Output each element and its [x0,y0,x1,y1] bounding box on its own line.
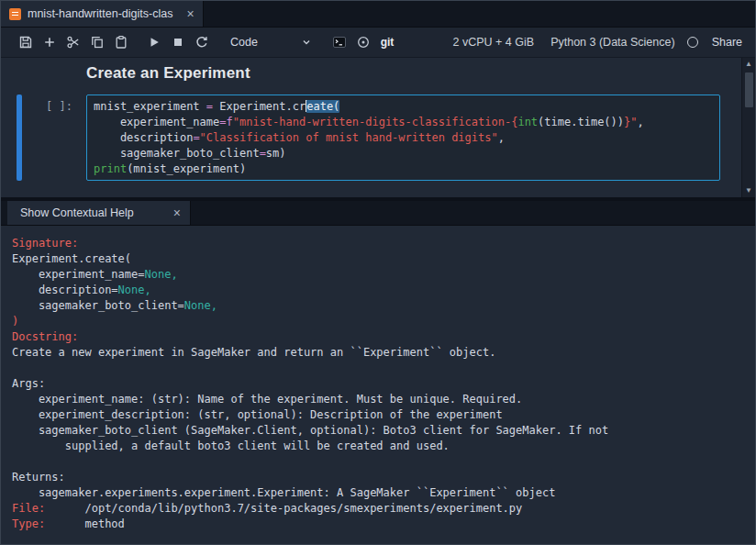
interrupt-kernel-button[interactable] [166,31,190,53]
code-line: sagemaker_boto_client=sm) [94,146,713,161]
help-line: Docstring: [12,329,744,345]
contextual-help-panel: Show Contextual Help × Signature:Experim… [1,201,755,544]
help-line: ) [12,314,744,329]
help-line: sagemaker_boto_client=None, [12,298,744,314]
help-content: Signature:Experiment.create( experiment_… [1,226,755,544]
help-line [12,361,744,376]
code-editor[interactable]: mnist_experiment = Experiment.create( ex… [86,95,720,181]
code-cell[interactable]: [ ]: mnist_experiment = Experiment.creat… [1,95,755,181]
help-line: Experiment.create( [12,251,744,267]
copy-cells-button[interactable] [85,31,109,53]
help-line: File: /opt/conda/lib/python3.7/site-pack… [12,501,744,517]
checkpoint-button[interactable] [351,31,375,53]
help-line: experiment_name: (str): Name of the expe… [12,392,744,407]
git-icon: git [381,36,395,49]
help-line: Returns: [12,470,744,485]
panel-tab-close-icon[interactable]: × [173,206,181,219]
kernel-selector[interactable]: Python 3 (Data Science) [550,36,675,49]
help-line: sagemaker_boto_client (SageMaker.Client,… [12,423,744,439]
scroll-up-icon[interactable]: ▲ [745,61,752,68]
contextual-help-tab-label: Show Contextual Help [20,206,134,219]
help-line: Type: method [12,517,744,532]
copy-icon [90,35,105,50]
notebook-scrollbar[interactable]: ▲ ▼ [741,58,755,197]
contextual-help-tab[interactable]: Show Contextual Help × [7,201,191,225]
panel-tab-bar: Show Contextual Help × [1,201,755,226]
help-line: sagemaker.experiments.experiment.Experim… [12,485,744,501]
code-line: mnist_experiment = Experiment.create( [94,99,713,115]
circle-dot-icon [356,35,371,50]
kernel-status-icon [687,37,698,48]
run-cell-button[interactable] [142,31,166,53]
help-line: description=None, [12,283,744,298]
tab-close-icon[interactable]: × [186,7,194,20]
jupyterlab-window: mnist-handwritten-digits-clas × [0,0,756,545]
document-tab-bar: mnist-handwritten-digits-clas × [1,1,755,28]
notebook-tab-label: mnist-handwritten-digits-clas [28,7,172,20]
notebook-toolbar: Code git 2 vCPU + 4 GiB Python 3 (Data S… [1,28,755,58]
chevron-down-icon [300,36,313,49]
help-line: Create a new experiment in SageMaker and… [12,345,744,361]
markdown-heading: Create an Experiment [86,64,755,83]
paste-cells-button[interactable] [109,31,133,53]
save-button[interactable] [14,31,38,53]
save-icon [18,35,33,50]
terminal-icon [332,35,347,50]
notebook-tab[interactable]: mnist-handwritten-digits-clas × [1,1,204,27]
notebook-icon [9,8,21,20]
scrollbar-thumb[interactable] [745,72,753,107]
cell-type-value: Code [230,36,258,49]
stop-icon [171,35,185,50]
clipboard-icon [114,35,128,50]
help-line: Signature: [12,236,744,251]
insert-cell-button[interactable] [38,31,61,53]
notebook-content-area: Create an Experiment [ ]: mnist_experime… [1,58,755,197]
restart-icon [195,35,209,50]
cell-collapser[interactable] [17,95,22,181]
help-line: experiment_description: (str, optional):… [12,407,744,423]
git-button[interactable]: git [375,31,399,53]
code-line: description="Classification of mnist han… [94,130,713,146]
play-icon [147,35,161,50]
restart-kernel-button[interactable] [190,31,214,53]
scissors-icon [66,35,81,50]
help-line [12,454,744,470]
code-line: experiment_name=f"mnist-hand-written-dig… [94,115,713,130]
help-line: supplied, a default boto3 client will be… [12,439,744,454]
instance-resources-label: 2 vCPU + 4 GiB [453,36,535,49]
code-line: print(mnist_experiment) [94,161,713,177]
share-button[interactable]: Share [712,36,742,49]
terminal-button[interactable] [328,31,351,53]
plus-icon [42,35,57,50]
help-line: experiment_name=None, [12,267,744,283]
cell-type-dropdown[interactable]: Code [230,36,313,49]
cell-prompt: [ ]: [46,95,79,181]
cut-cells-button[interactable] [61,31,85,53]
help-line: Args: [12,376,744,392]
scroll-down-icon[interactable]: ▼ [745,187,752,195]
